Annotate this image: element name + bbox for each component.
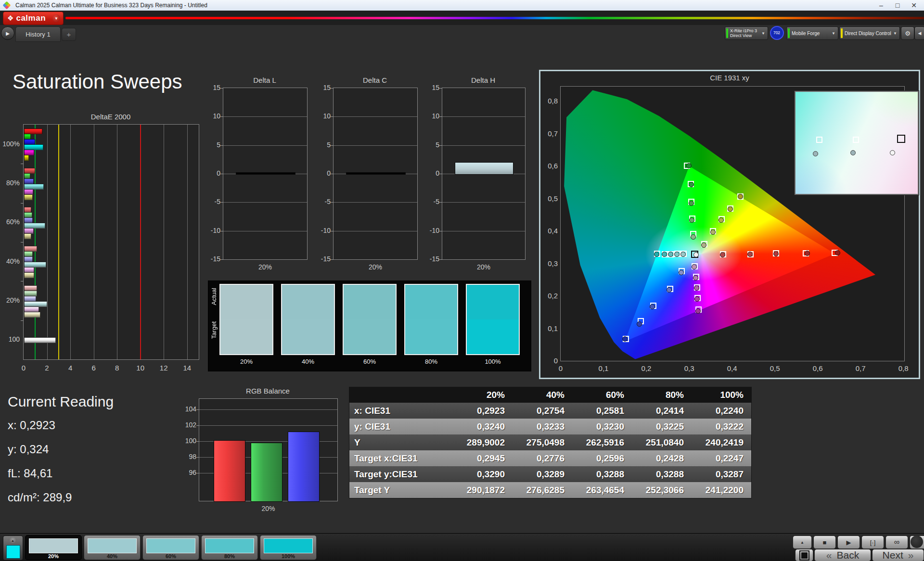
source-status-stripe <box>788 28 790 38</box>
gridline <box>442 202 525 203</box>
gridline <box>334 202 417 203</box>
column-header: 80% <box>632 390 692 400</box>
inset-measured-point <box>813 151 818 156</box>
tab-history-1[interactable]: History 1 <box>15 26 61 42</box>
patch-window-icon <box>801 552 808 559</box>
delta-c-chart: 151050-5-10-1520% <box>333 88 418 260</box>
play-button[interactable]: ▶ <box>837 536 860 549</box>
axis-tick <box>220 259 223 260</box>
cell-value: 0,3225 <box>632 421 692 432</box>
axis-label: 20% <box>334 263 417 271</box>
axis-tick-label: 10 <box>133 364 148 372</box>
axis-tick <box>196 441 199 442</box>
delta-l-title: Delta L <box>223 76 307 84</box>
axis-tick <box>331 145 334 146</box>
cie-chart-title: CIE 1931 xy <box>540 74 919 82</box>
sidebar-expander-button[interactable]: ▶ <box>1 26 14 40</box>
axis-tick-label: 0,6 <box>541 162 558 170</box>
axis-tick-label: 0,2 <box>541 292 558 300</box>
axis-tick <box>439 202 442 203</box>
cell-value: 0,3290 <box>453 469 513 480</box>
cell-value: 0,2247 <box>692 453 751 464</box>
axis-tick <box>196 457 199 458</box>
source-dropdown[interactable]: Mobile Forge ▼ <box>786 26 838 40</box>
bar <box>455 162 513 175</box>
transport-expand-button[interactable]: ▲ <box>793 536 812 549</box>
deltae-chart-title: DeltaE 2000 <box>23 113 198 121</box>
patch-button-60%[interactable]: 60% <box>142 535 199 560</box>
axis-label: 20% <box>223 263 307 271</box>
add-tab-button[interactable]: + <box>62 28 76 41</box>
gridline <box>70 125 71 359</box>
collapse-panel-button[interactable]: ◀ <box>914 26 924 40</box>
close-button[interactable]: ✕ <box>906 0 922 10</box>
table-row: Target x:CIE310,29450,27760,25960,24280,… <box>349 450 751 466</box>
measured-point <box>747 252 753 257</box>
patch-button-40%[interactable]: 40% <box>84 535 141 560</box>
axis-tick-label: 15 <box>315 84 331 91</box>
next-button[interactable]: Next » <box>872 549 924 561</box>
gridline <box>442 145 525 146</box>
read-single-button[interactable]: [·] <box>861 536 884 549</box>
patch-options-button[interactable]: ▲ <box>3 536 23 561</box>
patch-button-80%[interactable]: 80% <box>201 535 258 560</box>
axis-tick-label: -5 <box>424 198 439 205</box>
calman-menu-button[interactable]: ❖ calman ▼ <box>3 12 64 25</box>
patch-button-20%[interactable]: 20% <box>25 535 82 560</box>
actual-color <box>467 285 519 319</box>
cell-value: 0,2923 <box>453 406 513 416</box>
display-status-stripe <box>841 28 843 38</box>
target-color <box>467 319 519 354</box>
cell-value: 0,2240 <box>692 406 751 416</box>
column-header: 60% <box>572 390 632 400</box>
patch-button-100%[interactable]: 100% <box>260 535 317 560</box>
axis-tick-label: 0,4 <box>541 227 558 235</box>
chevron-up-icon: ▲ <box>9 537 17 543</box>
measured-point <box>693 252 699 257</box>
bar <box>24 194 33 200</box>
gridline <box>442 116 525 117</box>
axis-tick-label: -10 <box>315 227 331 234</box>
axis-tick <box>220 145 223 146</box>
chevron-down-icon: ▼ <box>52 14 60 22</box>
table-row: Target y:CIE310,32900,32890,32880,32880,… <box>349 466 751 482</box>
row-label: y: CIE31 <box>349 421 453 432</box>
patch-color <box>146 538 195 553</box>
gridline <box>334 145 417 146</box>
settings-button[interactable]: ⚙ <box>901 26 914 40</box>
double-chevron-right-icon: » <box>908 549 914 561</box>
reading-fl: fL: 84,61 <box>8 467 114 480</box>
axis-tick <box>439 259 442 260</box>
axis-tick-label: 5 <box>315 141 331 149</box>
axis-tick <box>331 202 334 203</box>
gridline <box>442 231 525 231</box>
cell-value: 0,3222 <box>692 421 751 432</box>
gridline <box>199 409 337 410</box>
bar <box>24 184 44 190</box>
bar <box>24 168 35 174</box>
back-button[interactable]: « Back <box>814 549 871 561</box>
maximize-button[interactable]: □ <box>889 0 906 10</box>
axis-tick-label: -5 <box>205 198 220 205</box>
stop-button[interactable]: ■ <box>813 536 836 549</box>
chevron-left-icon: ◀ <box>918 31 922 36</box>
axis-tick-label: 102 <box>181 421 196 429</box>
gridline <box>187 125 188 359</box>
minimize-button[interactable]: – <box>873 0 889 10</box>
axis-tick <box>21 320 24 321</box>
cell-value: 0,3289 <box>513 469 572 480</box>
meter-mode: Direct View <box>730 33 757 38</box>
chevron-down-icon: ▼ <box>893 31 897 36</box>
patch-window-button[interactable] <box>795 549 813 561</box>
axis-tick <box>439 88 442 89</box>
display-control-dropdown[interactable]: Direct Display Control ▼ <box>839 26 900 40</box>
meter-delay-badge[interactable]: 702 <box>769 26 784 39</box>
bar <box>24 178 34 184</box>
bar <box>24 173 30 179</box>
meter-dropdown[interactable]: X-Rite i1Pro 3 Direct View ▼ <box>725 26 768 40</box>
axis-tick <box>439 145 442 146</box>
continuous-measure-button[interactable]: ∞ <box>886 536 908 549</box>
reading-y: y: 0,324 <box>8 443 114 456</box>
axis-label: 60% <box>0 218 20 226</box>
actual-row-label: Actual <box>210 288 218 305</box>
